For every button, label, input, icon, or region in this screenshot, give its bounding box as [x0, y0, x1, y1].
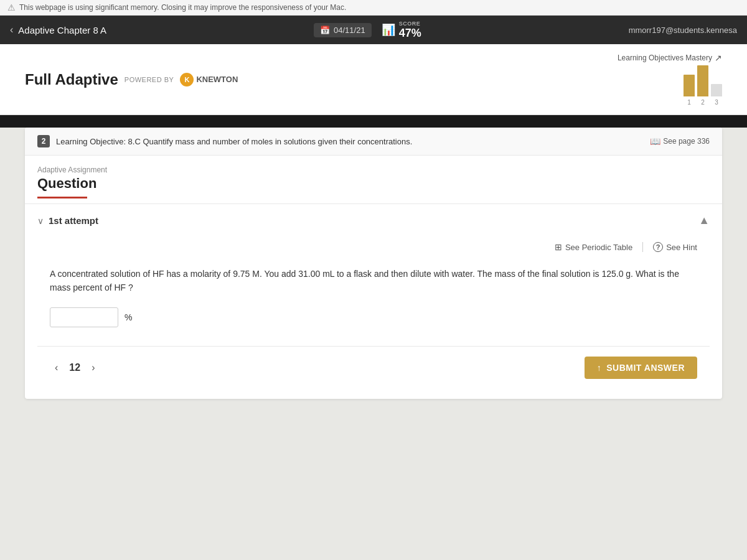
chevron-down-icon[interactable]: ∨ [37, 216, 44, 226]
collapse-icon[interactable]: ▲ [698, 214, 710, 227]
nav-left: ‹ Adaptive Chapter 8 A [10, 24, 106, 35]
see-page-label: See page 336 [663, 137, 710, 146]
periodic-table-label: See Periodic Table [565, 243, 632, 252]
see-page-link[interactable]: 📖 See page 336 [650, 136, 710, 146]
question-body: A concentrated solution of HF has a mola… [37, 262, 710, 340]
hint-icon: ? [653, 242, 663, 252]
user-email: mmorr197@students.kennesa [629, 26, 737, 35]
submit-label: SUBMIT ANSWER [606, 363, 685, 373]
red-divider [37, 197, 87, 198]
prev-page-button[interactable]: ‹ [50, 360, 63, 376]
mastery-label: Learning Objectives Mastery [618, 54, 712, 62]
mastery-num-1: 1 [684, 99, 695, 106]
bottom-nav: ‹ 12 › ↑ SUBMIT ANSWER [37, 346, 710, 389]
score-bars-icon: 📊 [382, 23, 395, 37]
date-value: 04/11/21 [334, 26, 365, 35]
mastery-bars [684, 65, 722, 96]
mastery-num-2: 2 [697, 99, 708, 106]
mastery-bar-1 [684, 75, 695, 96]
mastery-bar-3 [711, 84, 722, 96]
top-nav: ‹ Adaptive Chapter 8 A 📅 04/11/21 📊 SCOR… [0, 16, 747, 44]
mastery-numbers: 1 2 3 [684, 99, 722, 106]
tools-bar: ⊞ See Periodic Table ? See Hint [37, 237, 710, 257]
attempt-label: 1st attempt [49, 215, 98, 226]
knewton-logo: K KNEWTON [180, 73, 238, 86]
question-title: Question [37, 175, 710, 192]
tools-divider [642, 242, 643, 252]
periodic-table-icon: ⊞ [555, 242, 562, 252]
assignment-label: Adaptive Assignment [37, 166, 710, 174]
calendar-icon: 📅 [320, 26, 330, 35]
knewton-label: KNEWTON [196, 75, 238, 84]
chapter-title: Adaptive Chapter 8 A [18, 25, 106, 35]
lo-text: Learning Objective: 8.C Quantify mass an… [56, 137, 412, 146]
warning-icon: ⚠ [7, 2, 16, 12]
attempt-header: ∨ 1st attempt ▲ [37, 214, 710, 227]
hint-link[interactable]: ? See Hint [653, 242, 697, 252]
page-header: Full Adaptive POWERED BY K KNEWTON Learn… [0, 44, 747, 115]
learning-objective-bar: 2 Learning Objective: 8.C Quantify mass … [25, 128, 722, 156]
book-icon: 📖 [650, 136, 660, 146]
question-text: A concentrated solution of HF has a mola… [50, 267, 697, 295]
next-page-button[interactable]: › [87, 360, 100, 376]
periodic-table-link[interactable]: ⊞ See Periodic Table [555, 242, 632, 252]
attempt-right: ▲ [698, 214, 710, 227]
main-content: 2 Learning Objective: 8.C Quantify mass … [0, 128, 747, 560]
page-nav: ‹ 12 › [50, 360, 100, 376]
content-card: 2 Learning Objective: 8.C Quantify mass … [25, 128, 722, 399]
page-title: Full Adaptive [25, 71, 118, 88]
lo-number: 2 [37, 135, 50, 147]
date-badge: 📅 04/11/21 [314, 23, 372, 37]
score-value: 47% [399, 27, 421, 40]
warning-bar: ⚠ This webpage is using significant memo… [0, 0, 747, 16]
assignment-section: Adaptive Assignment Question [25, 156, 722, 203]
page-title-section: Full Adaptive POWERED BY K KNEWTON [25, 71, 238, 88]
mastery-bar-2 [697, 65, 708, 96]
powered-by-label: POWERED BY [125, 76, 174, 83]
mastery-section: Learning Objectives Mastery ↗ 1 2 3 [618, 53, 722, 106]
nav-center: 📅 04/11/21 📊 SCORE 47% [314, 21, 421, 40]
hint-label: See Hint [666, 243, 697, 252]
warning-text: This webpage is using significant memory… [19, 3, 346, 12]
percent-label: % [125, 312, 132, 322]
back-button[interactable]: ‹ [10, 24, 13, 35]
answer-input[interactable] [50, 307, 118, 327]
mastery-arrow-icon: ↗ [715, 53, 722, 63]
submit-answer-button[interactable]: ↑ SUBMIT ANSWER [585, 357, 697, 379]
submit-icon: ↑ [597, 363, 602, 373]
score-label: SCORE [399, 21, 421, 27]
knewton-icon: K [180, 73, 194, 86]
mastery-num-3: 3 [711, 99, 722, 106]
answer-row: % [50, 307, 697, 327]
page-number: 12 [69, 362, 80, 373]
lo-left: 2 Learning Objective: 8.C Quantify mass … [37, 135, 412, 147]
attempt-left: ∨ 1st attempt [37, 215, 98, 226]
attempt-section: ∨ 1st attempt ▲ ⊞ See Periodic Table ? S… [25, 203, 722, 399]
score-badge: 📊 SCORE 47% [382, 21, 421, 40]
